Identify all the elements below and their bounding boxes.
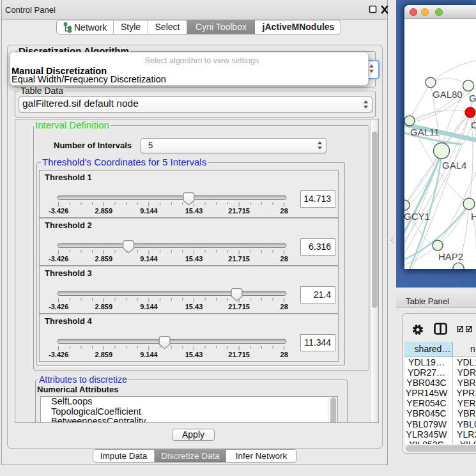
svg-text:28: 28	[280, 255, 288, 263]
svg-text:GCY1: GCY1	[404, 211, 430, 222]
svg-text:15.43: 15.43	[185, 255, 203, 263]
svg-text:2.859: 2.859	[95, 255, 113, 263]
svg-text:21.715: 21.715	[228, 255, 250, 263]
svg-text:21.715: 21.715	[228, 303, 250, 311]
svg-text:15.43: 15.43	[185, 303, 203, 311]
svg-text:15.43: 15.43	[185, 207, 203, 215]
svg-text:GAL80: GAL80	[433, 89, 463, 100]
svg-text:21.715: 21.715	[228, 351, 250, 358]
svg-text:-3.426: -3.426	[49, 351, 68, 358]
svg-text:28: 28	[280, 303, 288, 311]
svg-text:GAL11: GAL11	[410, 127, 440, 137]
svg-text:HI: HI	[471, 211, 476, 222]
svg-text:15.43: 15.43	[185, 351, 203, 358]
svg-text:9.144: 9.144	[140, 351, 158, 358]
svg-text:-3.426: -3.426	[49, 207, 68, 215]
svg-text:28: 28	[280, 207, 288, 215]
svg-text:9.144: 9.144	[140, 207, 158, 215]
svg-text:2.859: 2.859	[95, 207, 113, 215]
svg-text:2.859: 2.859	[95, 303, 113, 311]
svg-text:GA: GA	[469, 93, 476, 104]
svg-text:-3.426: -3.426	[49, 255, 68, 263]
svg-text:9.144: 9.144	[140, 255, 158, 263]
svg-text:28: 28	[280, 351, 288, 358]
svg-text:2.859: 2.859	[95, 351, 113, 358]
svg-text:GAL4: GAL4	[442, 160, 466, 171]
svg-text:-3.426: -3.426	[49, 303, 68, 311]
svg-text:21.715: 21.715	[228, 207, 250, 215]
svg-text:CY: CY	[471, 119, 476, 130]
svg-text:HAP2: HAP2	[438, 251, 463, 262]
svg-text:9.144: 9.144	[140, 303, 158, 311]
